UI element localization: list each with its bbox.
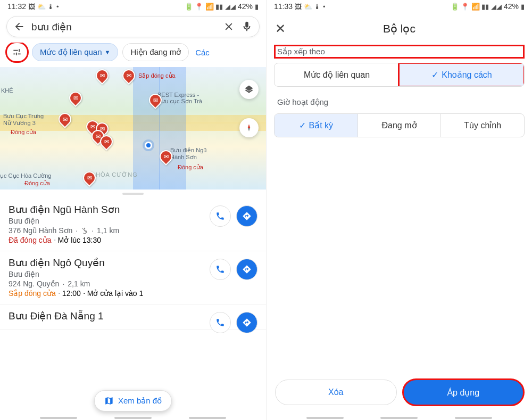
sort-segmented: Mức độ liên quan ✓ Khoảng cách <box>274 63 525 87</box>
status-bar: 11:33 🖼 ⛅ 🌡 • 🔋 📍 📶 ▮▮ ◢◢ 42% ▮ <box>267 0 532 12</box>
map-pin[interactable] <box>120 67 138 85</box>
map-label: Đóng cửa <box>178 164 203 171</box>
map-label: BEST Express - Bưu cục Sơn Trà <box>157 92 202 105</box>
voice-search-button[interactable] <box>241 21 253 32</box>
call-button[interactable] <box>210 312 231 333</box>
call-button[interactable] <box>210 259 231 280</box>
chips-more[interactable]: Các <box>193 45 212 60</box>
hours-any[interactable]: ✓ Bất kỳ <box>275 114 358 137</box>
search-input[interactable] <box>31 21 217 32</box>
check-icon: ✓ <box>299 120 306 130</box>
result-meta: 924 Ng. Quyền · 2,1 km <box>9 279 257 288</box>
phone-icon <box>215 211 225 221</box>
search-bar[interactable] <box>6 16 260 37</box>
battery-text: 42% <box>238 2 253 11</box>
directions-icon <box>242 318 252 327</box>
chip-relevance[interactable]: Mức độ liên quan ▼ <box>32 43 118 61</box>
directions-button[interactable] <box>236 205 257 227</box>
directions-icon <box>242 211 252 221</box>
filter-chips-row: Mức độ liên quan ▼ Hiện đang mở Các <box>0 43 266 67</box>
label-hours: Giờ hoạt động <box>275 96 523 108</box>
screen-filters: 11:33 🖼 ⛅ 🌡 • 🔋 📍 📶 ▮▮ ◢◢ 42% ▮ ✕ Bộ lọc… <box>266 0 532 420</box>
results-list[interactable]: Bưu điện Ngũ Hành Sơn Bưu điện 376 Ngũ H… <box>0 198 266 420</box>
map-label: Đóng cửa <box>11 129 36 136</box>
chevron-down-icon: ▼ <box>105 49 111 55</box>
filters-button[interactable] <box>6 43 28 62</box>
layers-button[interactable] <box>239 80 259 99</box>
compass-button[interactable] <box>239 118 259 137</box>
result-meta: 376 Ngũ Hành Sơn · · 1,1 km <box>9 226 257 235</box>
back-button[interactable] <box>13 21 25 32</box>
hours-open[interactable]: Đang mở <box>358 114 441 137</box>
phone-icon <box>215 265 225 274</box>
status-bar: 11:32 🖼 ⛅ 🌡 • 🔋 📍 📶 ▮▮ ◢◢ 42% ▮ <box>0 0 266 12</box>
weather-icon: 🖼 ⛅ 🌡 • <box>295 3 325 11</box>
result-card[interactable]: Bưu điện Ngô Quyền Bưu điện 924 Ng. Quyề… <box>0 251 266 304</box>
clock: 11:32 <box>7 2 26 11</box>
map-pin[interactable] <box>56 110 74 128</box>
close-filters-button[interactable]: ✕ <box>275 21 291 36</box>
map-pin[interactable] <box>66 89 85 107</box>
view-map-button[interactable]: Xem bản đồ <box>94 390 172 411</box>
filter-header: ✕ Bộ lọc <box>267 12 532 42</box>
screen-search-results: 11:32 🖼 ⛅ 🌡 • 🔋 📍 📶 ▮▮ ◢◢ 42% ▮ Mức độ l… <box>0 0 266 420</box>
no-wheelchair-icon <box>81 227 88 234</box>
chip-label: Hiện đang mở <box>130 47 181 57</box>
filter-title: Bộ lọc <box>291 22 508 35</box>
check-icon: ✓ <box>431 70 438 80</box>
sheet-handle[interactable] <box>122 193 144 195</box>
close-icon <box>223 21 235 32</box>
apply-filters-button[interactable]: Áp dụng <box>403 380 524 405</box>
result-card[interactable]: Bưu điện Ngũ Hành Sơn Bưu điện 376 Ngũ H… <box>0 198 266 251</box>
battery-icon: ▮ <box>521 3 525 11</box>
nav-bar <box>267 417 532 419</box>
current-location-dot <box>145 142 152 149</box>
hours-custom[interactable]: Tùy chỉnh <box>440 114 524 137</box>
directions-button[interactable] <box>236 312 257 333</box>
map-icon <box>104 396 114 406</box>
sort-distance[interactable]: ✓ Khoảng cách <box>399 63 524 86</box>
layers-icon <box>244 85 254 94</box>
sort-relevance[interactable]: Mức độ liên quan <box>275 63 399 86</box>
map-pin[interactable] <box>93 67 111 85</box>
map-label: Bưu điện Ngũ Hành Sơn <box>170 147 206 161</box>
map-label: Bưu Cục Trưng Nữ Vương 3 <box>3 113 44 127</box>
filter-footer: Xóa Áp dụng <box>267 380 532 405</box>
hours-segmented: ✓ Bất kỳ Đang mở Tùy chỉnh <box>274 113 525 137</box>
svg-point-0 <box>84 228 85 229</box>
chip-label: Mức độ liên quan <box>40 47 102 57</box>
result-card[interactable]: Bưu Điện Đà Nẵng 1 <box>0 304 266 330</box>
map-label: ục Cục Hòa Cường <box>0 172 51 179</box>
sliders-icon <box>12 47 22 57</box>
map-label: HÒA CƯỜNG <box>96 171 138 178</box>
map-label: Đóng cửa <box>24 180 50 187</box>
clear-filters-button[interactable]: Xóa <box>275 380 397 405</box>
phone-icon <box>215 318 225 327</box>
compass-icon <box>244 123 254 133</box>
call-button[interactable] <box>210 205 231 227</box>
map-label: Sắp đóng cửa <box>138 72 176 79</box>
status-icons: 🔋 📍 📶 ▮▮ ◢◢ <box>185 3 236 11</box>
label-sort-by: Sắp xếp theo <box>275 46 523 57</box>
directions-button[interactable] <box>236 259 257 280</box>
directions-icon <box>242 265 252 274</box>
map[interactable]: KHÊ Sắp đóng cửa BEST Express - Bưu cục … <box>0 67 266 190</box>
clock: 11:33 <box>274 2 293 11</box>
weather-icon: 🖼 ⛅ 🌡 • <box>28 3 59 11</box>
nav-bar <box>0 417 266 419</box>
mic-icon <box>241 21 253 32</box>
battery-icon: ▮ <box>255 3 259 11</box>
clear-search-button[interactable] <box>223 21 235 32</box>
status-icons: 🔋 📍 📶 ▮▮ ◢◢ <box>451 3 502 11</box>
arrow-left-icon <box>13 21 25 32</box>
result-status: Sắp đóng cửa⋅12:00 ⋅ Mở cửa lại vào 1 <box>9 289 257 298</box>
chip-open-now[interactable]: Hiện đang mở <box>122 43 189 61</box>
battery-text: 42% <box>504 2 519 11</box>
result-status: Đã đóng cửa⋅Mở lúc 13:30 <box>9 236 257 244</box>
map-label: KHÊ <box>1 87 13 94</box>
